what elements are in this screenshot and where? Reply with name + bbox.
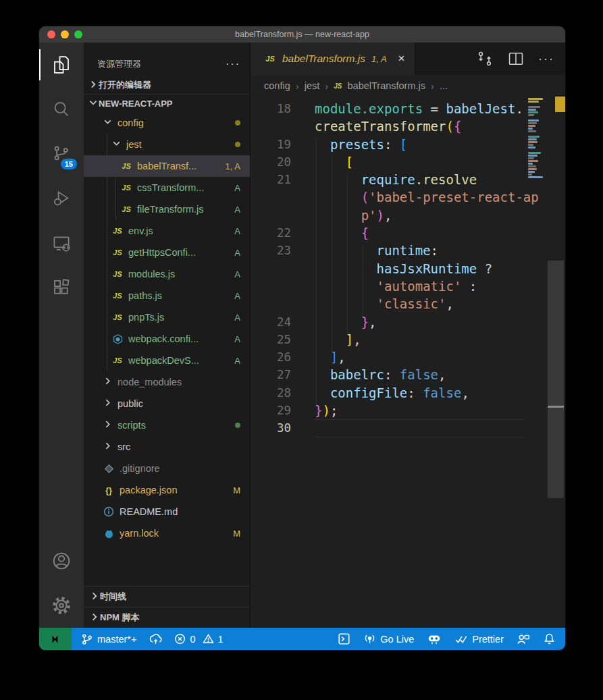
tree-item-scripts[interactable]: scripts — [84, 414, 250, 436]
settings-gear-icon[interactable] — [39, 583, 84, 628]
tab-close-icon[interactable]: × — [398, 52, 405, 65]
code-line[interactable]: 30 — [251, 419, 526, 437]
line-number: 21 — [251, 171, 291, 188]
code-line[interactable]: 23 runtime: — [251, 242, 526, 259]
code-line[interactable]: 28 configFile: false, — [251, 384, 526, 402]
folder-change-dot — [235, 120, 240, 126]
split-editor-icon[interactable] — [507, 50, 525, 68]
code-line[interactable]: hasJsxRuntime ? — [251, 260, 526, 277]
chevron-right-icon — [103, 441, 113, 454]
tab-label: babelTransform.js — [282, 53, 365, 65]
breadcrumb-jest[interactable]: jest — [305, 80, 320, 91]
git-status-badge: A — [234, 183, 240, 193]
tree-item-src[interactable]: src — [84, 436, 250, 458]
tree-item-yarn-lock[interactable]: yarn.lockM — [84, 522, 250, 544]
scrollbar-thumb[interactable] — [548, 261, 564, 498]
breadcrumb-file[interactable]: babelTransform.js — [348, 80, 426, 91]
tree-item-package-json[interactable]: {}package.jsonM — [84, 479, 250, 501]
minimap[interactable] — [526, 98, 546, 179]
tree-item-webpack-confi-[interactable]: webpack.confi...A — [84, 328, 250, 350]
tree-item-jest[interactable]: jest — [84, 134, 250, 155]
tree-item-readme-md[interactable]: README.md — [84, 501, 250, 522]
tree-item-config[interactable]: config — [84, 112, 250, 134]
timeline-section[interactable]: 时间线 — [84, 586, 250, 607]
tree-item--gitignore[interactable]: .gitignore — [84, 458, 250, 479]
desktop: babelTransform.js — new-react-app 15 — [0, 0, 603, 700]
error-count: 0 — [190, 634, 195, 645]
code-line[interactable]: 21 require.resolve — [251, 171, 526, 188]
explorer-sidebar: 资源管理器 ··· 打开的编辑器 NEW-REACT-APP configjes… — [84, 43, 251, 628]
tree-item-filetransform-js[interactable]: JSfileTransform.jsA — [84, 198, 250, 220]
search-icon[interactable] — [39, 87, 84, 132]
tab-bar: JS babelTransform.js 1, A × ··· — [251, 43, 565, 75]
scm-badge: 15 — [61, 159, 77, 169]
tree-item-node-modules[interactable]: node_modules — [84, 371, 250, 393]
js-file-icon: JS — [111, 290, 124, 302]
breadcrumb-config[interactable]: config — [264, 80, 290, 91]
npm-scripts-section[interactable]: NPM 脚本 — [84, 607, 250, 628]
git-status-badge: A — [234, 334, 240, 344]
tree-item-public[interactable]: public — [84, 393, 250, 414]
feedback-icon[interactable] — [517, 632, 530, 646]
editor-more-actions-icon[interactable]: ··· — [538, 52, 554, 66]
code-line[interactable]: createTransformer({ — [251, 117, 526, 135]
remote-explorer-icon[interactable] — [39, 221, 84, 265]
breadcrumb-symbol[interactable]: ... — [440, 80, 448, 91]
open-editors-section[interactable]: 打开的编辑器 — [84, 76, 250, 95]
timeline-label: 时间线 — [100, 591, 126, 603]
code-line[interactable]: 18module.exports = babelJest. — [251, 100, 526, 117]
tree-item-env-js[interactable]: JSenv.jsA — [84, 220, 250, 242]
code-line[interactable]: 22 { — [251, 224, 526, 242]
tree-item-gethttpsconfi-[interactable]: JSgetHttpsConfi...A — [84, 242, 250, 263]
line-number — [251, 260, 291, 277]
git-status-badge: A — [234, 313, 240, 323]
run-debug-icon[interactable] — [39, 176, 84, 221]
remote-indicator[interactable] — [39, 628, 72, 650]
code-line[interactable]: 25 ], — [251, 331, 526, 348]
chevron-right-icon — [103, 398, 113, 410]
chevron-down-icon — [103, 117, 113, 130]
line-number: 28 — [251, 384, 291, 402]
window-title: babelTransform.js — new-react-app — [39, 30, 565, 39]
code-line[interactable]: 'classic', — [251, 295, 526, 313]
explorer-more-actions-icon[interactable]: ··· — [226, 58, 240, 70]
project-root-item[interactable]: NEW-REACT-APP — [84, 95, 250, 112]
tree-item-modules-js[interactable]: JSmodules.jsA — [84, 263, 250, 285]
cursor-line-marker — [548, 406, 564, 408]
overview-ruler[interactable] — [546, 97, 565, 628]
code-line[interactable]: p'), — [251, 207, 526, 224]
account-icon[interactable] — [39, 539, 84, 583]
code-line[interactable]: 'automatic' : — [251, 277, 526, 295]
tree-item-babeltransf-[interactable]: JSbabelTransf...1, A — [84, 155, 250, 177]
source-control-icon[interactable]: 15 — [39, 132, 84, 176]
tree-item-webpackdevs-[interactable]: JSwebpackDevS...A — [84, 350, 250, 371]
code-line[interactable]: 27 babelrc: false, — [251, 366, 526, 383]
js-file-icon: JS — [334, 82, 342, 90]
code-line[interactable]: 29}); — [251, 402, 526, 419]
tree-item-paths-js[interactable]: JSpaths.jsA — [84, 285, 250, 306]
code-line[interactable]: 19 presets: [ — [251, 136, 526, 153]
go-live-button[interactable]: Go Live — [363, 632, 414, 645]
explorer-icon[interactable] — [39, 43, 84, 87]
open-changes-icon[interactable] — [476, 50, 494, 68]
terminal-status-icon[interactable] — [338, 632, 350, 645]
extensions-icon[interactable] — [39, 265, 84, 310]
tab-babeltransform[interactable]: JS babelTransform.js 1, A × — [251, 43, 415, 75]
tree-item-pnpts-js[interactable]: JSpnpTs.jsA — [84, 306, 250, 328]
line-number: 23 — [251, 242, 291, 259]
tree-item-csstransform-[interactable]: JScssTransform...A — [84, 177, 250, 198]
code-line[interactable]: 24 }, — [251, 313, 526, 331]
js-file-icon: JS — [111, 225, 124, 237]
js-file-icon: JS — [120, 160, 132, 172]
sync-changes-button[interactable] — [149, 632, 162, 646]
code-editor[interactable]: 18module.exports = babelJest.createTrans… — [251, 97, 565, 628]
code-line[interactable]: 26 ], — [251, 348, 526, 366]
tab-problem-badge: 1, A — [371, 54, 387, 64]
prettier-status[interactable]: Prettier — [454, 632, 504, 646]
git-branch-status[interactable]: master*+ — [81, 633, 136, 645]
notifications-bell-icon[interactable] — [543, 632, 556, 645]
problems-status[interactable]: 0 1 — [174, 633, 223, 645]
code-line[interactable]: ('babel-preset-react-ap — [251, 188, 526, 206]
copilot-icon[interactable] — [427, 632, 442, 647]
code-line[interactable]: 20 [ — [251, 153, 526, 171]
